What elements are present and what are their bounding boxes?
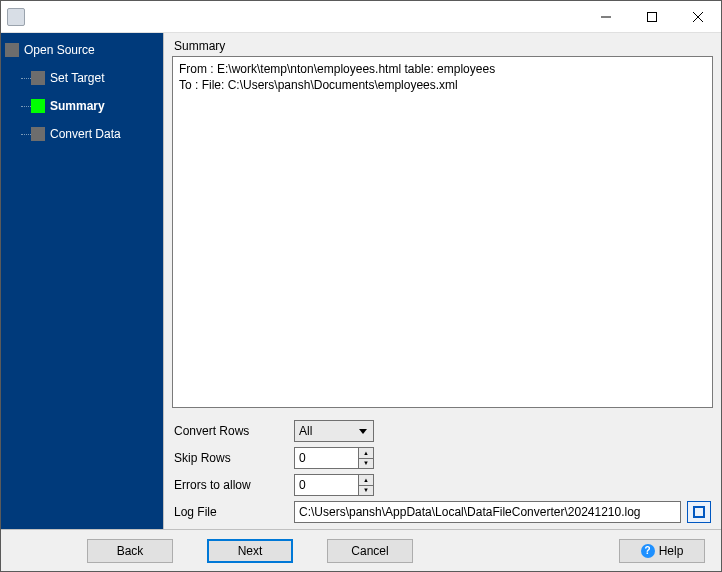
- tree-connector: [21, 106, 31, 107]
- wizard-footer: Back Next Cancel ? Help: [1, 529, 721, 571]
- next-button[interactable]: Next: [207, 539, 293, 563]
- logfile-browse-button[interactable]: [687, 501, 711, 523]
- summary-title: Summary: [172, 37, 713, 56]
- skip-rows-input[interactable]: [294, 447, 358, 469]
- step-icon: [5, 43, 19, 57]
- errors-label: Errors to allow: [174, 478, 294, 492]
- tree-connector: [21, 78, 31, 79]
- back-button[interactable]: Back: [87, 539, 173, 563]
- sidebar-item-label: Summary: [50, 99, 105, 113]
- convert-rows-value: All: [299, 424, 312, 438]
- main-panel: Summary From : E:\work\temp\nton\employe…: [163, 33, 721, 529]
- body: Open Source Set Target Summary Convert D…: [1, 33, 721, 529]
- help-button[interactable]: ? Help: [619, 539, 705, 563]
- tree-connector: [21, 134, 31, 135]
- sidebar-item-convert-data[interactable]: Convert Data: [21, 125, 159, 143]
- spinner-buttons[interactable]: ▲ ▼: [358, 447, 374, 469]
- options-grid: Convert Rows All Skip Rows ▲ ▼: [164, 412, 721, 529]
- spin-up-icon[interactable]: ▲: [359, 448, 373, 459]
- step-icon: [31, 71, 45, 85]
- spin-down-icon[interactable]: ▼: [359, 486, 373, 496]
- sidebar-item-open-source[interactable]: Open Source: [5, 41, 159, 59]
- spinner-buttons[interactable]: ▲ ▼: [358, 474, 374, 496]
- titlebar: [1, 1, 721, 33]
- cancel-button[interactable]: Cancel: [327, 539, 413, 563]
- convert-rows-label: Convert Rows: [174, 424, 294, 438]
- close-button[interactable]: [675, 1, 721, 32]
- app-icon: [7, 8, 25, 26]
- logfile-label: Log File: [174, 505, 294, 519]
- errors-spinner[interactable]: ▲ ▼: [294, 474, 374, 496]
- wizard-sidebar: Open Source Set Target Summary Convert D…: [1, 33, 163, 529]
- app-window: Open Source Set Target Summary Convert D…: [0, 0, 722, 572]
- sidebar-item-label: Open Source: [24, 43, 95, 57]
- minimize-button[interactable]: [583, 1, 629, 32]
- maximize-button[interactable]: [629, 1, 675, 32]
- skip-rows-label: Skip Rows: [174, 451, 294, 465]
- skip-rows-spinner[interactable]: ▲ ▼: [294, 447, 374, 469]
- step-icon: [31, 127, 45, 141]
- sidebar-item-label: Set Target: [50, 71, 104, 85]
- errors-input[interactable]: [294, 474, 358, 496]
- summary-textarea[interactable]: From : E:\work\temp\nton\employees.html …: [172, 56, 713, 408]
- spin-up-icon[interactable]: ▲: [359, 475, 373, 486]
- svg-rect-1: [648, 12, 657, 21]
- convert-rows-select[interactable]: All: [294, 420, 374, 442]
- browse-icon: [693, 506, 705, 518]
- window-controls: [583, 1, 721, 32]
- logfile-input[interactable]: [294, 501, 681, 523]
- sidebar-item-set-target[interactable]: Set Target: [21, 69, 159, 87]
- sidebar-item-summary[interactable]: Summary: [21, 97, 159, 115]
- help-icon: ?: [641, 544, 655, 558]
- sidebar-item-label: Convert Data: [50, 127, 121, 141]
- step-icon-active: [31, 99, 45, 113]
- spin-down-icon[interactable]: ▼: [359, 459, 373, 469]
- summary-section: Summary From : E:\work\temp\nton\employe…: [164, 33, 721, 412]
